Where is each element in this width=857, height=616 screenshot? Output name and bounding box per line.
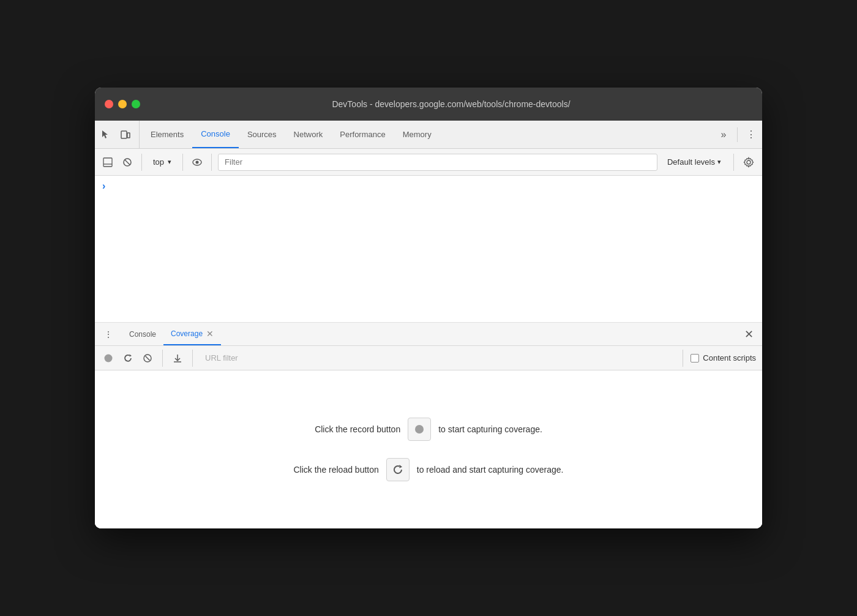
- record-hint-after: to start capturing coverage.: [438, 424, 542, 434]
- tab-network[interactable]: Network: [285, 121, 332, 148]
- tab-bar-right: » ⋮: [715, 121, 760, 148]
- drawer-tab-coverage[interactable]: Coverage ✕: [163, 323, 221, 345]
- svg-rect-1: [127, 133, 130, 138]
- svg-point-15: [415, 425, 424, 434]
- console-settings-icon[interactable]: [740, 154, 757, 171]
- content-scripts-label[interactable]: Content scripts: [690, 353, 756, 362]
- coverage-clear-button[interactable]: [140, 351, 155, 366]
- log-levels-button[interactable]: Default levels ▾: [661, 155, 727, 169]
- coverage-download-button[interactable]: [170, 351, 185, 366]
- divider: [737, 127, 738, 142]
- drawer-menu-icon[interactable]: ⋮: [100, 323, 117, 345]
- live-expressions-icon[interactable]: [189, 154, 205, 170]
- close-button[interactable]: [105, 100, 113, 108]
- minimize-button[interactable]: [118, 100, 127, 108]
- device-toolbar-icon[interactable]: [117, 126, 134, 143]
- prompt-arrow: ›: [102, 181, 105, 192]
- svg-point-7: [196, 160, 199, 163]
- tab-performance[interactable]: Performance: [331, 121, 394, 148]
- coverage-empty-state: Click the record button to start capturi…: [95, 370, 762, 528]
- toolbar-divider-4: [733, 154, 734, 171]
- tab-console[interactable]: Console: [192, 121, 239, 148]
- record-hint-before: Click the record button: [315, 424, 400, 434]
- coverage-record-button[interactable]: [101, 351, 116, 366]
- coverage-divider-3: [683, 350, 683, 367]
- reload-hint-button: [386, 458, 410, 481]
- coverage-reload-button[interactable]: [121, 351, 135, 366]
- tab-elements[interactable]: Elements: [142, 121, 192, 148]
- tab-memory[interactable]: Memory: [394, 121, 440, 148]
- svg-marker-16: [399, 465, 402, 468]
- reload-hint-before: Click the reload button: [293, 465, 378, 475]
- traffic-lights: [105, 100, 140, 108]
- console-filter-input[interactable]: [218, 154, 657, 171]
- drawer-panel: ⋮ Console Coverage ✕ ✕: [95, 323, 762, 528]
- inspect-element-icon[interactable]: [97, 126, 114, 143]
- svg-marker-10: [130, 354, 132, 356]
- svg-point-8: [747, 160, 750, 164]
- coverage-divider: [162, 350, 163, 367]
- more-tabs-button[interactable]: »: [715, 126, 732, 143]
- main-tab-bar: Elements Console Sources Network Perform…: [95, 121, 762, 149]
- content-scripts-checkbox[interactable]: [690, 354, 699, 362]
- toolbar-divider-1: [141, 154, 142, 171]
- record-hint-row: Click the record button to start capturi…: [315, 418, 542, 441]
- record-hint-button: [408, 418, 431, 441]
- svg-line-12: [146, 356, 150, 360]
- drawer-tab-bar: ⋮ Console Coverage ✕ ✕: [95, 323, 762, 346]
- coverage-tab-close[interactable]: ✕: [206, 329, 214, 338]
- toolbar-divider-3: [211, 154, 212, 171]
- reload-hint-row: Click the reload button to reload and st…: [293, 458, 563, 481]
- tab-sources[interactable]: Sources: [239, 121, 285, 148]
- coverage-divider-2: [192, 350, 193, 367]
- coverage-toolbar: Content scripts: [95, 346, 762, 370]
- svg-point-9: [105, 354, 113, 362]
- svg-rect-2: [103, 158, 112, 167]
- toolbar-divider-2: [182, 154, 183, 171]
- clear-console-icon[interactable]: [119, 154, 135, 170]
- maximize-button[interactable]: [132, 100, 140, 108]
- devtools-menu-button[interactable]: ⋮: [743, 126, 760, 143]
- titlebar: DevTools - developers.google.com/web/too…: [95, 88, 762, 121]
- drawer-tab-console[interactable]: Console: [122, 323, 163, 345]
- context-selector[interactable]: top ▾: [148, 155, 176, 169]
- window-title: DevTools - developers.google.com/web/too…: [150, 99, 752, 109]
- console-toolbar: top ▾ Default levels ▾: [95, 149, 762, 176]
- console-prompt-row: ›: [102, 181, 755, 192]
- devtools-panel: Elements Console Sources Network Perform…: [95, 121, 762, 528]
- devtools-window: DevTools - developers.google.com/web/too…: [95, 88, 762, 528]
- toolbar-left: [97, 121, 140, 148]
- reload-hint-after: to reload and start capturing coverage.: [417, 465, 564, 475]
- svg-rect-0: [121, 131, 127, 138]
- console-output: ›: [95, 176, 762, 323]
- svg-line-5: [125, 160, 130, 165]
- coverage-url-filter[interactable]: [200, 350, 675, 366]
- drawer-close-button[interactable]: ✕: [740, 323, 757, 345]
- show-drawer-icon[interactable]: [100, 154, 116, 170]
